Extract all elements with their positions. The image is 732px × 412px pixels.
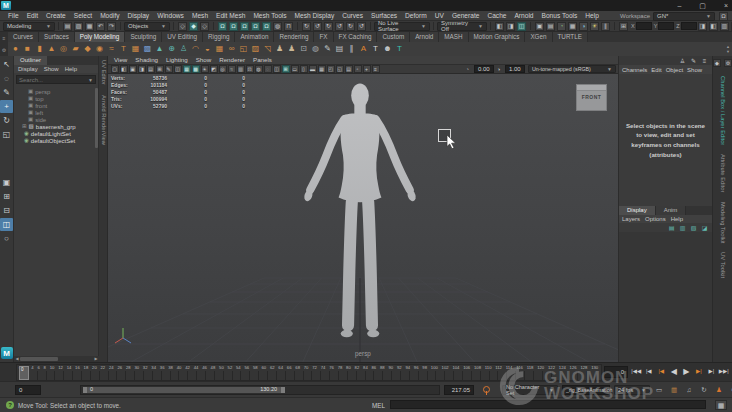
outliner-camera-item[interactable]: ▣ side [14,116,98,123]
svg-icon[interactable]: ▦ [130,44,141,55]
shelf-tab[interactable]: Rendering [274,32,314,42]
playback-range[interactable]: 0 130.20 [83,387,285,393]
smooth-preview-icon[interactable]: ↺ [335,22,344,31]
exposure-icon[interactable]: ◔ [464,65,472,73]
gate-mask-icon[interactable]: ▬ [309,65,317,73]
safe-action-icon[interactable]: ◰ [327,65,335,73]
outliner-tab[interactable]: Outliner [14,56,47,65]
channel-box-menu-item[interactable]: Object [666,67,683,73]
menu-item[interactable]: Bonus Tools [538,11,582,21]
platonic-solid-icon[interactable]: ◉ [94,44,105,55]
coordinate-input[interactable] [658,22,674,30]
shelf-gear-icon[interactable]: ⚙ [2,48,6,53]
channel-box-toggle-icon[interactable]: ▥ [720,22,729,31]
viewport-menu-item[interactable]: Shading [132,57,161,63]
channel-box-menu-item[interactable]: Show [687,67,702,73]
outliner-search[interactable]: ▼ [16,75,96,84]
render-view-icon[interactable]: ▣ [535,22,544,31]
shelf-tab[interactable]: Surfaces [39,32,75,42]
menu-item[interactable]: Edit [23,11,42,21]
shelf-tab[interactable]: XGen [525,32,552,42]
symmetry-icon[interactable]: ◫ [273,65,281,73]
field-chart-icon[interactable]: ▦ [318,65,326,73]
snap-projected-center-icon[interactable]: Ω [251,22,260,31]
menu-item[interactable]: Deform [401,11,431,21]
snap-view-plane-icon[interactable]: Ω [262,22,271,31]
lock-selection-icon[interactable]: ⊓ [284,22,293,31]
poly-sphere-icon[interactable]: ● [10,44,21,55]
symmetry-dropdown[interactable]: Symmetry Off▼ [437,22,487,31]
combine-icon[interactable]: ∞ [226,44,237,55]
isolate-select-icon[interactable]: ⊡ [246,65,254,73]
wire-sphere-icon[interactable]: ◍ [310,44,321,55]
turtle-icon[interactable]: T [394,44,405,55]
viewport-menu-item[interactable]: Panels [250,57,275,63]
selection-priority-icon[interactable]: ↺ [357,22,366,31]
select-object-icon[interactable]: ◆ [189,22,198,31]
gamma-field[interactable]: 1.00 [505,65,525,73]
poly-cone-icon[interactable]: ▲ [46,44,57,55]
hypershade-icon[interactable]: ◑ [579,22,588,31]
poly-cylinder-icon[interactable]: ▮ [34,44,45,55]
menu-item[interactable]: Edit Mesh [212,11,249,21]
sound-icon[interactable]: ♫ [684,385,694,395]
four-pane-layout-button[interactable]: ⊞ [0,190,13,203]
snap-curve-icon[interactable]: Ω [229,22,238,31]
attribute-editor-toggle-icon[interactable]: ◨ [698,22,707,31]
viewcube-icon[interactable]: ▫ [354,65,362,73]
keyable-channels-icon[interactable]: ♙ [678,56,687,65]
command-line-label[interactable]: MEL [372,402,385,409]
command-line-input[interactable] [390,400,706,409]
menu-item[interactable]: Display [124,11,154,21]
playblast-icon[interactable]: ▥ [669,385,679,395]
single-pane-icon[interactable]: ◧ [495,22,504,31]
film-gate-icon[interactable]: ▭ [291,65,299,73]
step-forward-key-button[interactable]: ▶| [693,364,706,380]
light-editor-icon[interactable]: ☀ [590,22,599,31]
arnold-a-icon[interactable]: A [358,44,369,55]
paint-select-tool[interactable]: ✎ [0,86,13,99]
gear-icon[interactable]: ⚙ [724,59,732,67]
channel-box-menu-item[interactable]: Channels [622,67,647,73]
pause-viewport-icon[interactable]: ∥ [601,22,610,31]
menu-item[interactable]: UV [431,11,448,21]
poly-disc-icon[interactable]: ◆ [82,44,93,55]
loop-icon[interactable]: ↻ [699,385,709,395]
shelf-tab[interactable]: Animation [235,32,274,42]
pin-icon[interactable]: ◆ [713,59,721,67]
lasso-tool[interactable]: ◌ [0,72,13,85]
single-pane-layout-button[interactable]: ▣ [0,176,13,189]
layer-editor-menu-item[interactable]: Help [671,216,683,222]
layer-editor-menu-item[interactable]: Options [645,216,666,222]
outliner-search-input[interactable] [17,77,85,83]
viewport-menu-item[interactable]: Show [193,57,214,63]
history-toggle-icon[interactable]: ↻ [302,22,311,31]
no-sound-icon[interactable]: ▭ [654,385,664,395]
viewport-panel[interactable]: ViewShadingLightingShowRendererPanels ▢◧… [108,56,618,362]
shelf-tab[interactable]: Poly Modeling [75,32,126,42]
resolution-gate-icon[interactable]: ▯ [300,65,308,73]
menu-item[interactable]: Curves [338,11,367,21]
shelf-tab[interactable]: Arnold [410,32,439,42]
tab-modeling-toolkit[interactable]: Modeling Toolkit [718,202,727,243]
motion-blur-icon[interactable]: ≈ [228,65,236,73]
character-b-icon[interactable]: ♟ [286,44,297,55]
bookmark-icon[interactable]: ◨ [138,65,146,73]
grid-quads-icon[interactable]: ▦ [214,44,225,55]
exposure-field[interactable]: 0.00 [474,65,494,73]
render-settings-icon[interactable]: ▦ [568,22,577,31]
lock-camera-icon[interactable]: ◧ [120,65,128,73]
menu-item[interactable]: File [4,11,23,21]
outliner-camera-item[interactable]: ▣ persp [14,88,98,95]
menu-item[interactable]: Mesh Tools [249,11,290,21]
current-frame-field[interactable]: 0 [604,366,628,378]
evaluation-icon[interactable]: ↻ [324,22,333,31]
shelf-tab[interactable]: FX Caching [334,32,378,42]
new-anim-layer-icon[interactable]: ▧ [689,223,698,232]
shelf-tab[interactable]: Custom [377,32,410,42]
zoom-layout-button[interactable]: ○ [0,232,13,245]
set-key-icon[interactable] [482,386,491,395]
outliner-item[interactable]: ◉ defaultLightSet [14,130,98,137]
remesh-icon[interactable]: ▩ [142,44,153,55]
menu-item[interactable]: Arnold [510,11,537,21]
